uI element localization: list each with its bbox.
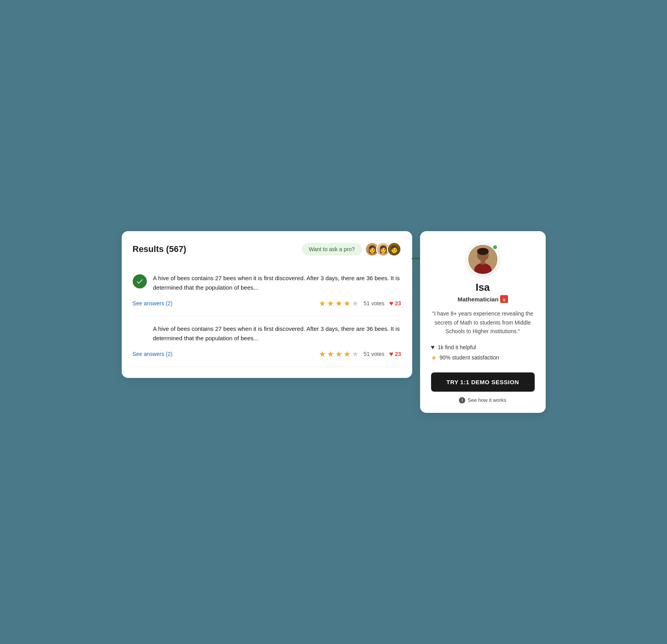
answer-top-1: A hive of bees contains 27 bees when it …	[133, 274, 401, 292]
star-2-4: ★	[344, 349, 351, 359]
see-answers-link-1[interactable]: See answers (2)	[133, 300, 173, 306]
answer-item-1: A hive of bees contains 27 bees when it …	[133, 266, 401, 316]
star-1-1: ★	[319, 299, 326, 308]
results-title: Results (567)	[133, 244, 186, 254]
stars-2: ★ ★ ★ ★ ★	[319, 349, 359, 359]
answer-top-2: A hive of bees contains 27 bees when it …	[133, 324, 401, 343]
see-answers-link-2[interactable]: See answers (2)	[133, 351, 173, 357]
answer-footer-1: See answers (2) ★ ★ ★ ★ ★ 51 votes ♥ 23	[133, 299, 401, 308]
avatar-group: 👩 👩 🧑	[365, 242, 401, 256]
results-header: Results (567) Want to ask a pro? 👩 👩 🧑	[133, 242, 401, 256]
see-how-link[interactable]: i See how it works	[459, 397, 506, 403]
tutor-stats: ♥ 1k find it helpful ★ 90% student satis…	[431, 344, 535, 365]
avatar-3: 🧑	[387, 242, 401, 256]
star-2-2: ★	[327, 349, 334, 359]
rating-section-2: ★ ★ ★ ★ ★ 51 votes ♥ 23	[319, 349, 401, 359]
votes-count-2: 51 votes	[364, 351, 384, 357]
likes-1: ♥ 23	[389, 299, 401, 308]
stat-helpful-label: 1k find it helpful	[438, 344, 476, 350]
stat-satisfaction: ★ 90% student satisfaction	[431, 354, 535, 361]
heart-icon-2: ♥	[389, 350, 393, 358]
answer-item-2: A hive of bees contains 27 bees when it …	[133, 316, 401, 367]
ask-pro-button[interactable]: Want to ask a pro?	[302, 243, 362, 255]
see-how-text: See how it works	[468, 397, 506, 403]
tutor-title-text: Mathematician	[457, 296, 498, 303]
checkmark-icon	[136, 277, 144, 285]
rating-section-1: ★ ★ ★ ★ ★ 51 votes ♥ 23	[319, 299, 401, 308]
star-1-5: ★	[352, 299, 359, 308]
verified-badge-1	[133, 274, 147, 288]
answer-footer-2: See answers (2) ★ ★ ★ ★ ★ 51 votes ♥ 23	[133, 349, 401, 359]
star-1-4: ★	[344, 299, 351, 308]
star-1-2: ★	[327, 299, 334, 308]
ask-pro-container: Want to ask a pro? 👩 👩 🧑	[302, 242, 401, 256]
tutor-avatar-container	[467, 244, 499, 275]
info-icon: i	[459, 397, 465, 403]
star-1-3: ★	[335, 299, 342, 308]
tutor-title: Mathematician 🏅	[457, 295, 508, 303]
results-panel: Results (567) Want to ask a pro? 👩 👩 🧑	[122, 231, 412, 378]
stars-1: ★ ★ ★ ★ ★	[319, 299, 359, 308]
svg-point-3	[477, 248, 489, 255]
stat-satisfaction-label: 90% student satisfaction	[440, 354, 499, 361]
star-stat-icon: ★	[431, 354, 437, 361]
likes-number-1: 23	[395, 300, 401, 306]
demo-session-button[interactable]: TRY 1:1 DEMO SESSION	[431, 372, 535, 392]
likes-2: ♥ 23	[389, 350, 401, 358]
pro-avatars: 👩 👩 🧑	[365, 242, 401, 256]
answer-text-1: A hive of bees contains 27 bees when it …	[153, 274, 401, 292]
stat-helpful: ♥ 1k find it helpful	[431, 344, 535, 351]
online-status-dot	[492, 244, 498, 250]
votes-count-1: 51 votes	[364, 300, 384, 306]
heart-stat-icon: ♥	[431, 344, 435, 351]
star-2-3: ★	[335, 349, 342, 359]
svg-rect-5	[481, 260, 485, 265]
star-2-1: ★	[319, 349, 326, 359]
likes-number-2: 23	[395, 351, 401, 357]
answer-text-2: A hive of bees contains 27 bees when it …	[133, 324, 401, 343]
star-2-5: ★	[352, 349, 359, 359]
tutor-panel: Isa Mathematician 🏅 "I have 8+ years exp…	[420, 231, 546, 412]
mathematician-badge: 🏅	[500, 295, 508, 303]
tutor-name: Isa	[475, 281, 490, 294]
tutor-quote: "I have 8+ years experience revealing th…	[431, 309, 535, 336]
heart-icon-1: ♥	[389, 299, 393, 308]
